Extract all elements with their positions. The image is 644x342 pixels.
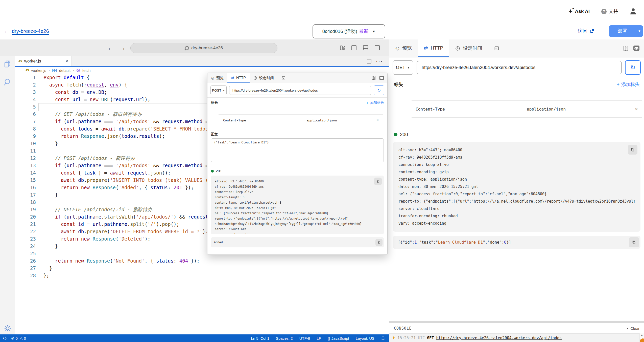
header-name[interactable]: Content-Type xyxy=(416,107,527,112)
errors-indicator[interactable]: ⊗ 0 xyxy=(11,336,18,340)
copy-button[interactable] xyxy=(629,237,639,247)
copy-button[interactable] xyxy=(374,178,382,185)
http-arrows-icon: ⇄ xyxy=(231,76,234,80)
request-url-input[interactable] xyxy=(417,61,622,74)
console-clear-button[interactable]: × Clear xyxy=(626,326,639,331)
more-actions-icon[interactable]: ··· xyxy=(376,58,383,64)
notifications-bell-icon[interactable] xyxy=(381,336,385,340)
request-body-input[interactable]: {"task":"Learn Cloudflare D1"} xyxy=(211,138,384,162)
deploy-button[interactable]: 部署 xyxy=(609,25,636,37)
code-text: return Response.json(todos.results); xyxy=(36,133,165,140)
header-name[interactable]: Content-Type xyxy=(223,118,306,122)
copy-button[interactable] xyxy=(628,145,637,155)
split-bottom-icon[interactable] xyxy=(362,45,369,51)
account-avatar-icon[interactable] xyxy=(630,8,636,15)
tab-http[interactable]: ⇄ HTTP xyxy=(227,73,250,83)
status-ok-dot xyxy=(211,170,214,173)
response-header-line: connection: keep-alive xyxy=(398,161,635,168)
tab-schedule[interactable]: 设定时间 xyxy=(250,73,278,83)
log-utc: UTC xyxy=(418,336,425,340)
scroll-up-icon[interactable]: ▲ xyxy=(641,334,643,336)
split-editor-icon[interactable] xyxy=(366,58,372,64)
nav-forward-icon[interactable]: → xyxy=(119,44,126,52)
docs-book-icon[interactable] xyxy=(623,45,629,52)
close-icon[interactable]: × xyxy=(65,58,68,64)
code-line[interactable]: 26 return new Response('Not Found', { st… xyxy=(15,257,389,265)
discord-icon[interactable] xyxy=(633,45,640,52)
tab-http[interactable]: ⇄ HTTP xyxy=(418,39,449,57)
search-sidebar-icon[interactable] xyxy=(3,78,12,87)
code-line[interactable]: 27 } xyxy=(15,265,389,272)
docs-book-icon[interactable] xyxy=(371,75,376,80)
send-refresh-button[interactable]: ↻ xyxy=(625,60,641,75)
response-body-json: [{"id":1,"task":"Learn Cloudflare D1","d… xyxy=(398,240,511,245)
breadcrumb-method[interactable]: fetch xyxy=(82,68,91,73)
warnings-indicator[interactable]: △ 0 xyxy=(20,336,26,340)
explorer-files-icon[interactable] xyxy=(3,60,12,68)
copy-button[interactable] xyxy=(375,239,383,246)
code-text: } xyxy=(36,243,58,250)
response-header-line: cf-ray: 9e48205f210ff5d9-ams xyxy=(398,154,635,161)
tab-schedule[interactable]: 设定时间 xyxy=(449,39,488,57)
status-code: 200 xyxy=(400,132,408,137)
language-mode[interactable]: {} JavaScript xyxy=(328,336,349,340)
support-button[interactable]: ? 支持 xyxy=(601,8,618,15)
method-select[interactable]: GET▼ xyxy=(393,60,413,75)
editor-toolbar: ← → dry-breeze-4e26 xyxy=(0,39,389,56)
deploy-dropdown-button[interactable]: ▼ xyxy=(636,25,643,37)
back-link[interactable]: ← dry-breeze-4e26 xyxy=(4,23,49,39)
tab-terminal[interactable] xyxy=(278,73,289,83)
tab-terminal[interactable] xyxy=(488,39,505,57)
discord-icon[interactable] xyxy=(379,75,384,81)
code-text: // DELETE /api/todos/:id - 删除待办 xyxy=(36,206,152,213)
code-text: } xyxy=(36,140,58,147)
close-icon: × xyxy=(626,326,629,331)
line-number: 15 xyxy=(15,177,36,184)
breadcrumb-export[interactable]: default xyxy=(59,68,70,73)
code-text: } xyxy=(36,265,52,272)
tab-preview[interactable]: ◎ 预览 xyxy=(207,73,227,83)
request-url-input[interactable] xyxy=(229,86,371,95)
outline-panel-icon[interactable] xyxy=(339,45,346,51)
remote-indicator-icon[interactable] xyxy=(3,336,7,340)
visit-link[interactable]: 访问 xyxy=(578,23,594,39)
response-header-line: content-length: 5 xyxy=(215,195,380,200)
add-header-button[interactable]: + 添加标头 xyxy=(366,100,384,105)
version-selector[interactable]: 8c4cd016 (活动) 最新 ▼ xyxy=(313,24,385,38)
method-select[interactable]: POST▼ xyxy=(210,86,227,95)
log-time: 15:25:21 xyxy=(397,336,416,340)
keyboard-layout[interactable]: Layout: US xyxy=(356,336,374,340)
response-headers-block: alt-svc: h3=":443"; ma=86400cf-ray: 9e48… xyxy=(393,142,640,232)
response-header-line: nel: {"success_fraction":0,"report_to":"… xyxy=(215,211,380,216)
header-value[interactable]: application/json xyxy=(527,107,635,112)
headers-label: 标头 xyxy=(394,81,403,88)
split-left-icon[interactable] xyxy=(351,45,357,51)
header-value[interactable]: application/json xyxy=(306,118,376,122)
command-search-input[interactable]: dry-breeze-4e26 xyxy=(130,43,277,53)
code-text: return new Response('Not Found', { statu… xyxy=(36,257,200,265)
console-header: CONSOLE × Clear xyxy=(389,323,644,333)
cursor-position[interactable]: Ln 5, Col 1 xyxy=(251,336,269,340)
tab-worker-js[interactable]: JS worker.js × xyxy=(15,56,71,66)
console-title: CONSOLE xyxy=(394,326,412,331)
tester-tab-bar: ◎ 预览 ⇄ HTTP 设定时间 xyxy=(207,73,387,83)
send-refresh-button[interactable]: ↻ xyxy=(374,86,384,95)
indentation-setting[interactable]: Spaces: 2 xyxy=(276,336,293,340)
remove-header-icon[interactable]: × xyxy=(635,106,638,112)
tab-preview[interactable]: ◎ 预览 xyxy=(389,39,418,57)
eol-setting[interactable]: LF xyxy=(317,336,321,340)
breadcrumb-file[interactable]: worker.js xyxy=(31,68,46,73)
add-header-button[interactable]: + 添加标头 xyxy=(617,81,639,88)
split-right-icon[interactable] xyxy=(374,45,380,51)
encoding-setting[interactable]: UTF-8 xyxy=(299,336,310,340)
remove-header-icon[interactable]: × xyxy=(376,118,379,122)
log-url[interactable]: https://dry-breeze-4e26.talen2004.worker… xyxy=(436,336,562,340)
settings-gear-icon[interactable] xyxy=(4,324,12,332)
nav-back-icon[interactable]: ← xyxy=(107,44,114,52)
console-splitter-handle[interactable] xyxy=(389,321,644,323)
global-header: ✦ Ask AI ? 支持 xyxy=(0,0,644,23)
code-line[interactable]: 28}; xyxy=(15,272,389,279)
search-text: dry-breeze-4e26 xyxy=(191,46,223,51)
line-number: 6 xyxy=(15,111,36,118)
ask-ai-button[interactable]: ✦ Ask AI xyxy=(568,8,590,14)
